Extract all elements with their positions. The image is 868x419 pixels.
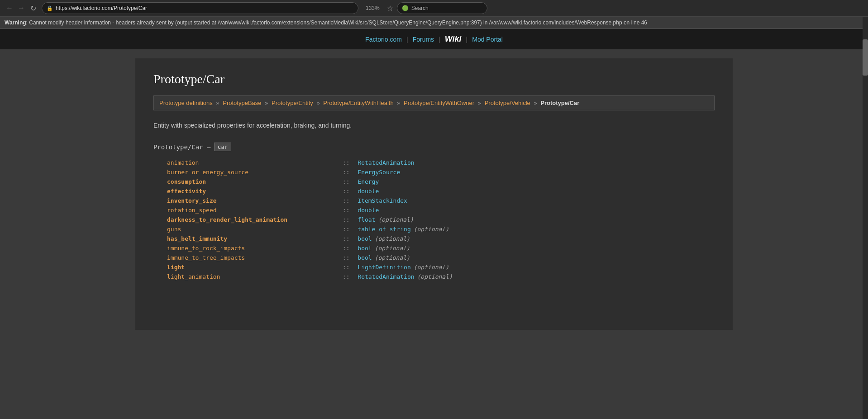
back-button[interactable]: ← xyxy=(5,3,14,13)
table-row: guns :: table of string (optional) xyxy=(153,224,715,234)
address-bar[interactable]: 🔒 https://wiki.factorio.com/Prototype/Ca… xyxy=(42,2,358,14)
warning-bar: Warning: Cannot modify header informatio… xyxy=(0,17,868,29)
prop-name-inventory-size: inventory_size xyxy=(167,197,339,204)
nav-sep1: | xyxy=(406,36,408,43)
prop-type-link-consumption[interactable]: Energy xyxy=(358,178,379,185)
search-icon: 🟢 xyxy=(402,5,409,11)
breadcrumb-sep4: » xyxy=(397,100,402,106)
breadcrumb-sep1: » xyxy=(216,100,221,106)
prop-sep-animation: :: xyxy=(339,159,353,166)
prototype-type-tag: car xyxy=(214,143,231,151)
table-row: has_belt_immunity :: bool (optional) xyxy=(153,234,715,243)
prototype-header: Prototype/Car — car xyxy=(153,143,715,151)
breadcrumb: Prototype definitions » PrototypeBase » … xyxy=(153,95,715,110)
prop-type-light: LightDefinition xyxy=(358,264,410,271)
prop-optional-immune-tree: (optional) xyxy=(375,254,410,261)
table-row: consumption :: Energy xyxy=(153,177,715,186)
prop-type-link-burner[interactable]: EnergySource xyxy=(358,169,400,176)
prop-sep-has-belt-immunity: :: xyxy=(339,235,353,242)
prop-type-rotation-speed: double xyxy=(358,207,379,214)
browser-chrome: ← → ↻ 🔒 https://wiki.factorio.com/Protot… xyxy=(0,0,868,17)
prop-type-darkness: float xyxy=(358,216,375,223)
prop-name-has-belt-immunity: has_belt_immunity xyxy=(167,235,339,242)
url-text: https://wiki.factorio.com/Prototype/Car xyxy=(56,5,353,11)
prop-sep-consumption: :: xyxy=(339,178,353,185)
nav-buttons: ← → ↻ xyxy=(5,3,38,13)
prop-type-animation: RotatedAnimation xyxy=(358,159,414,166)
prop-optional-guns: (optional) xyxy=(414,226,449,233)
breadcrumb-prototype-base[interactable]: PrototypeBase xyxy=(223,100,261,106)
breadcrumb-prototype-entitywithhealth[interactable]: Prototype/EntityWithHealth xyxy=(323,100,393,106)
prop-name-effectivity: effectivity xyxy=(167,188,339,195)
prop-name-consumption: consumption xyxy=(167,178,339,185)
prop-type-has-belt-immunity: bool xyxy=(358,235,372,242)
prop-name-immune-tree: immune_to_tree_impacts xyxy=(167,254,339,261)
prop-sep-inventory-size: :: xyxy=(339,197,353,204)
prop-name-light-animation: light_animation xyxy=(167,273,339,280)
forward-button[interactable]: → xyxy=(16,3,26,13)
prop-type-link-light[interactable]: LightDefinition xyxy=(358,264,410,271)
breadcrumb-prototype-entitywithowner[interactable]: Prototype/EntityWithOwner xyxy=(404,100,474,106)
prop-optional-immune-rock: (optional) xyxy=(375,245,410,252)
nav-wiki-logo: Wiki xyxy=(445,34,462,44)
page-wrapper: Prototype/Car Prototype definitions » Pr… xyxy=(117,49,751,339)
prop-type-immune-rock: bool xyxy=(358,245,372,252)
prop-type-link-inventory-size[interactable]: ItemStackIndex xyxy=(358,197,407,204)
breadcrumb-sep5: » xyxy=(478,100,483,106)
prop-type-effectivity: double xyxy=(358,188,379,195)
prop-type-guns: table of string xyxy=(358,226,410,233)
prop-optional-has-belt-immunity: (optional) xyxy=(375,235,410,242)
reload-button[interactable]: ↻ xyxy=(28,3,38,13)
nav-factorio[interactable]: Factorio.com xyxy=(365,36,402,43)
table-row: animation :: RotatedAnimation xyxy=(153,158,715,167)
prop-type-burner: EnergySource xyxy=(358,169,400,176)
top-nav: Factorio.com | Forums | Wiki | Mod Porta… xyxy=(0,29,868,49)
breadcrumb-sep2: » xyxy=(265,100,270,106)
prop-sep-light-animation: :: xyxy=(339,273,353,280)
prop-type-light-animation: RotatedAnimation xyxy=(358,273,414,280)
prop-type-inventory-size: ItemStackIndex xyxy=(358,197,407,204)
nav-sep3: | xyxy=(466,36,468,43)
search-text: Search xyxy=(411,5,429,11)
breadcrumb-sep6: » xyxy=(534,100,539,106)
prop-name-light: light xyxy=(167,264,339,271)
nav-modportal[interactable]: Mod Portal xyxy=(472,36,503,43)
prop-sep-burner: :: xyxy=(339,169,353,176)
prop-name-rotation-speed: rotation_speed xyxy=(167,207,339,214)
table-row: effectivity :: double xyxy=(153,186,715,196)
properties-list: animation :: RotatedAnimation burner or … xyxy=(153,158,715,281)
prop-sep-guns: :: xyxy=(339,226,353,233)
table-row: immune_to_tree_impacts :: bool (optional… xyxy=(153,253,715,262)
warning-label: Warning xyxy=(5,19,26,26)
table-row: immune_to_rock_impacts :: bool (optional… xyxy=(153,243,715,253)
search-bar[interactable]: 🟢 Search xyxy=(397,2,487,14)
prop-name-immune-rock: immune_to_rock_impacts xyxy=(167,245,339,252)
prop-optional-darkness: (optional) xyxy=(378,216,413,223)
table-row: light_animation :: RotatedAnimation (opt… xyxy=(153,272,715,281)
prop-sep-rotation-speed: :: xyxy=(339,207,353,214)
breadcrumb-sep3: » xyxy=(316,100,321,106)
prop-name-burner: burner or energy_source xyxy=(167,169,339,176)
nav-forums[interactable]: Forums xyxy=(413,36,434,43)
breadcrumb-prototype-entity[interactable]: Prototype/Entity xyxy=(272,100,313,106)
prop-name-animation: animation xyxy=(167,159,339,166)
prop-type-consumption: Energy xyxy=(358,178,379,185)
prop-name-guns: guns xyxy=(167,226,339,233)
prop-optional-light-animation: (optional) xyxy=(417,273,453,280)
page-content: Prototype/Car Prototype definitions » Pr… xyxy=(135,58,733,330)
prop-type-link-light-animation[interactable]: RotatedAnimation xyxy=(358,273,414,280)
scrollbar-track[interactable] xyxy=(863,17,868,339)
bookmark-button[interactable]: ☆ xyxy=(387,4,393,13)
prop-optional-light: (optional) xyxy=(414,264,449,271)
prop-type-immune-tree: bool xyxy=(358,254,372,261)
scrollbar-thumb[interactable] xyxy=(863,39,868,76)
breadcrumb-prototype-vehicle[interactable]: Prototype/Vehicle xyxy=(485,100,530,106)
page-description: Entity with specialized properties for a… xyxy=(153,122,715,129)
table-row: inventory_size :: ItemStackIndex xyxy=(153,196,715,205)
prop-type-link-animation[interactable]: RotatedAnimation xyxy=(358,159,414,166)
prop-sep-immune-tree: :: xyxy=(339,254,353,261)
breadcrumb-prototype-definitions[interactable]: Prototype definitions xyxy=(159,100,213,106)
lock-icon: 🔒 xyxy=(47,5,53,11)
prop-name-darkness: darkness_to_render_light_animation xyxy=(167,216,339,223)
table-row: burner or energy_source :: EnergySource xyxy=(153,167,715,177)
